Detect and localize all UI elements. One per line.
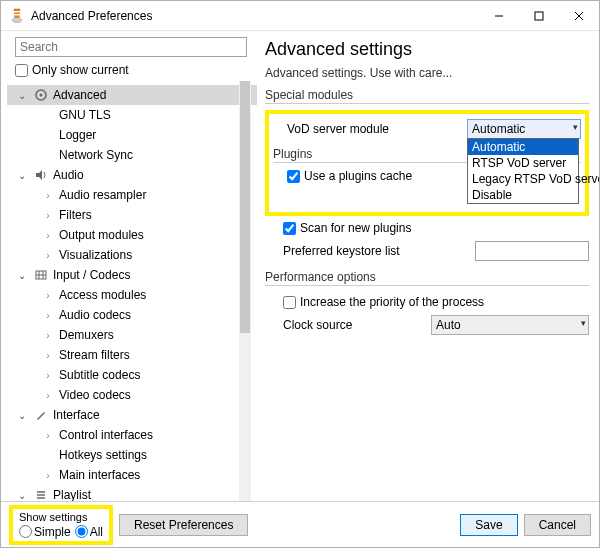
only-show-current-label: Only show current xyxy=(32,63,129,77)
playlist-icon xyxy=(33,487,49,501)
section-performance: Performance options xyxy=(265,270,589,286)
chevron-right-icon[interactable]: › xyxy=(41,470,55,481)
svg-rect-2 xyxy=(14,14,20,15)
chevron-right-icon[interactable]: › xyxy=(41,230,55,241)
svg-marker-0 xyxy=(14,9,20,18)
tree-stream-filters[interactable]: ›Stream filters xyxy=(7,345,257,365)
clock-source-label: Clock source xyxy=(269,318,431,332)
maximize-button[interactable] xyxy=(519,1,559,31)
increase-priority-label: Increase the priority of the process xyxy=(300,295,484,309)
chevron-down-icon: ▾ xyxy=(581,318,586,328)
tree-video-codecs[interactable]: ›Video codecs xyxy=(7,385,257,405)
tree-output-modules[interactable]: ›Output modules xyxy=(7,225,257,245)
preferred-keystore-input[interactable] xyxy=(475,241,589,261)
radio-simple[interactable]: Simple xyxy=(19,525,71,539)
svg-point-3 xyxy=(13,17,22,22)
scan-new-plugins-checkbox[interactable] xyxy=(283,222,296,235)
expand-icon[interactable]: ⌄ xyxy=(15,490,29,501)
tree-access-modules[interactable]: ›Access modules xyxy=(7,285,257,305)
vod-option-automatic[interactable]: Automatic xyxy=(468,139,578,155)
show-settings-label: Show settings xyxy=(19,511,103,523)
tree-main-interfaces[interactable]: ›Main interfaces xyxy=(7,465,257,485)
chevron-right-icon[interactable]: › xyxy=(41,250,55,261)
clock-source-value: Auto xyxy=(436,318,461,332)
titlebar: Advanced Preferences xyxy=(1,1,599,31)
chevron-down-icon: ▾ xyxy=(573,122,578,132)
brush-icon xyxy=(33,407,49,423)
expand-icon[interactable]: ⌄ xyxy=(15,270,29,281)
tree-hotkeys-settings[interactable]: Hotkeys settings xyxy=(7,445,257,465)
tree-audio-codecs[interactable]: ›Audio codecs xyxy=(7,305,257,325)
svg-rect-1 xyxy=(14,11,20,12)
left-panel: Only show current ⌄ Advanced GNU TLS Log… xyxy=(1,31,257,501)
chevron-right-icon[interactable]: › xyxy=(41,390,55,401)
gear-icon xyxy=(33,87,49,103)
right-panel: Advanced settings Advanced settings. Use… xyxy=(257,31,599,501)
clock-source-combo[interactable]: Auto ▾ xyxy=(431,315,589,335)
vod-option-legacy[interactable]: Legacy RTSP VoD server xyxy=(468,171,578,187)
chevron-right-icon[interactable]: › xyxy=(41,190,55,201)
expand-icon[interactable]: ⌄ xyxy=(15,170,29,181)
highlight-show-settings: Show settings Simple All xyxy=(9,505,113,545)
preferences-window: Advanced Preferences Only show current ⌄… xyxy=(0,0,600,548)
tree-filters[interactable]: ›Filters xyxy=(7,205,257,225)
chevron-right-icon[interactable]: › xyxy=(41,370,55,381)
page-heading: Advanced settings xyxy=(265,39,589,60)
scrollbar-thumb[interactable] xyxy=(240,81,250,333)
vod-dropdown-list[interactable]: Automatic RTSP VoD server Legacy RTSP Vo… xyxy=(467,138,579,204)
svg-point-9 xyxy=(40,94,43,97)
category-tree[interactable]: ⌄ Advanced GNU TLS Logger Network Sync ⌄… xyxy=(7,81,257,501)
chevron-right-icon[interactable]: › xyxy=(41,350,55,361)
speaker-icon xyxy=(33,167,49,183)
scan-new-plugins-label: Scan for new plugins xyxy=(300,221,411,235)
chevron-right-icon[interactable]: › xyxy=(41,310,55,321)
expand-icon[interactable]: ⌄ xyxy=(15,90,29,101)
svg-marker-10 xyxy=(36,170,42,180)
save-button[interactable]: Save xyxy=(460,514,517,536)
tree-playlist[interactable]: ⌄ Playlist xyxy=(7,485,257,501)
chevron-right-icon[interactable]: › xyxy=(41,290,55,301)
tree-control-interfaces[interactable]: ›Control interfaces xyxy=(7,425,257,445)
tree-audio[interactable]: ⌄ Audio xyxy=(7,165,257,185)
tree-logger[interactable]: Logger xyxy=(7,125,257,145)
footer: Show settings Simple All Reset Preferenc… xyxy=(1,501,599,547)
use-plugins-cache-checkbox[interactable] xyxy=(287,170,300,183)
tree-advanced[interactable]: ⌄ Advanced xyxy=(7,85,257,105)
chevron-right-icon[interactable]: › xyxy=(41,210,55,221)
section-special-modules: Special modules xyxy=(265,88,589,104)
app-icon xyxy=(9,8,25,24)
use-plugins-cache-label: Use a plugins cache xyxy=(304,169,412,183)
tree-subtitle-codecs[interactable]: ›Subtitle codecs xyxy=(7,365,257,385)
tree-interface[interactable]: ⌄ Interface xyxy=(7,405,257,425)
page-subtext: Advanced settings. Use with care... xyxy=(265,66,589,80)
only-show-current-checkbox[interactable] xyxy=(15,64,28,77)
tree-visualizations[interactable]: ›Visualizations xyxy=(7,245,257,265)
tree-demuxers[interactable]: ›Demuxers xyxy=(7,325,257,345)
close-button[interactable] xyxy=(559,1,599,31)
search-input[interactable] xyxy=(15,37,247,57)
vod-option-disable[interactable]: Disable xyxy=(468,187,578,203)
chevron-right-icon[interactable]: › xyxy=(41,330,55,341)
chevron-right-icon[interactable]: › xyxy=(41,430,55,441)
increase-priority-checkbox[interactable] xyxy=(283,296,296,309)
radio-all[interactable]: All xyxy=(75,525,103,539)
tree-gnu-tls[interactable]: GNU TLS xyxy=(7,105,257,125)
vod-label: VoD server module xyxy=(273,122,467,136)
vod-server-combo[interactable]: Automatic ▾ xyxy=(467,119,581,139)
window-title: Advanced Preferences xyxy=(31,9,479,23)
tree-input-codecs[interactable]: ⌄ Input / Codecs xyxy=(7,265,257,285)
codec-icon xyxy=(33,267,49,283)
vod-option-rtsp[interactable]: RTSP VoD server xyxy=(468,155,578,171)
minimize-button[interactable] xyxy=(479,1,519,31)
tree-network-sync[interactable]: Network Sync xyxy=(7,145,257,165)
preferred-keystore-label: Preferred keystore list xyxy=(269,244,475,258)
cancel-button[interactable]: Cancel xyxy=(524,514,591,536)
reset-preferences-button[interactable]: Reset Preferences xyxy=(119,514,248,536)
tree-scrollbar[interactable] xyxy=(239,81,251,501)
tree-audio-resampler[interactable]: ›Audio resampler xyxy=(7,185,257,205)
expand-icon[interactable]: ⌄ xyxy=(15,410,29,421)
highlight-special-modules: VoD server module Automatic ▾ Plugins Us… xyxy=(265,110,589,216)
svg-rect-5 xyxy=(535,12,543,20)
vod-combo-value: Automatic xyxy=(472,122,525,136)
